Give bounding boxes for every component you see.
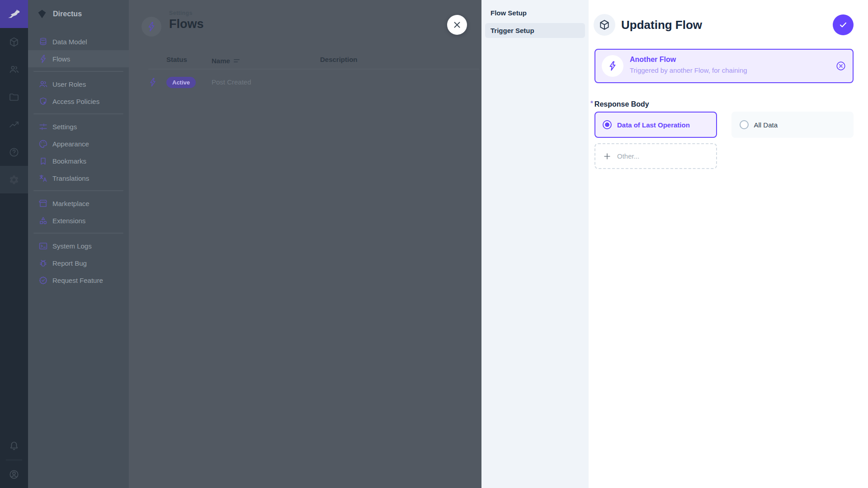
trigger-icon-circle xyxy=(602,55,623,77)
close-icon xyxy=(452,20,462,30)
deselect-trigger-icon[interactable] xyxy=(835,61,846,71)
selected-trigger-card: Another Flow Triggered by another Flow, … xyxy=(594,49,854,83)
trigger-card-subtitle: Triggered by another Flow, for chaining xyxy=(630,66,747,74)
drawer-title-icon-circle xyxy=(594,14,615,36)
response-body-field-label: * Response Body xyxy=(590,100,649,108)
check-icon xyxy=(838,20,848,30)
drawer-side-nav: Flow Setup Trigger Setup xyxy=(481,0,589,488)
bolt-icon xyxy=(607,61,618,71)
cube-icon xyxy=(599,19,610,31)
other-option-label: Other... xyxy=(617,152,639,160)
plus-icon xyxy=(603,152,612,161)
other-option-button[interactable]: Other... xyxy=(594,143,717,169)
response-body-options: Data of Last Operation All Data xyxy=(594,112,854,138)
required-marker: * xyxy=(590,101,593,105)
trigger-card-title: Another Flow xyxy=(630,56,676,64)
drawer-title: Updating Flow xyxy=(621,18,702,32)
close-drawer-button[interactable] xyxy=(447,15,467,35)
save-button[interactable] xyxy=(833,14,854,35)
drawer-panel: Updating Flow Another Flow Triggered by … xyxy=(589,0,868,488)
drawer-nav-trigger-setup[interactable]: Trigger Setup xyxy=(485,23,585,38)
drawer-overlay[interactable] xyxy=(0,0,481,488)
option-data-of-last-operation[interactable]: Data of Last Operation xyxy=(594,112,717,138)
option-all-data[interactable]: All Data xyxy=(731,112,854,138)
drawer-nav-flow-setup[interactable]: Flow Setup xyxy=(485,5,585,20)
radio-selected-icon xyxy=(603,120,612,129)
radio-unselected-icon xyxy=(740,120,749,129)
